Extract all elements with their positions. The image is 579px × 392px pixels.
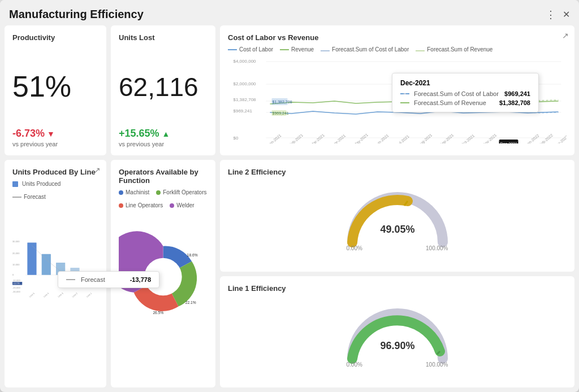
svg-text:-10,000: -10,000 bbox=[12, 279, 20, 282]
svg-text:49.05%: 49.05% bbox=[380, 224, 414, 235]
operators-title: Operators Available by Function bbox=[119, 168, 208, 185]
line2-min-label: 0.00% bbox=[347, 245, 362, 251]
more-icon[interactable]: ⋮ bbox=[546, 8, 556, 21]
svg-text:$4,000,000: $4,000,000 bbox=[234, 59, 257, 64]
cost-of-labor-card: ↗ Cost of Labor vs Revenue Cost of Labor… bbox=[220, 25, 574, 155]
productivity-value: 51% bbox=[12, 71, 98, 103]
svg-text:Line 3: Line 3 bbox=[57, 291, 64, 298]
svg-text:Feb-2022: Feb-2022 bbox=[538, 133, 554, 143]
svg-text:Nov-2021: Nov-2021 bbox=[482, 133, 498, 143]
window-title: Manufacturing Efficiency bbox=[9, 8, 144, 21]
svg-text:26.5%: 26.5% bbox=[153, 311, 163, 315]
svg-text:Jul-2021: Jul-2021 bbox=[396, 134, 410, 143]
svg-text:18.6%: 18.6% bbox=[187, 253, 198, 257]
svg-text:Feb-2021: Feb-2021 bbox=[288, 133, 304, 143]
svg-text:0: 0 bbox=[12, 273, 14, 276]
line2-title: Line 2 Efficiency bbox=[228, 168, 567, 176]
svg-text:Mar-2022: Mar-2022 bbox=[554, 134, 567, 143]
title-bar: Manufacturing Efficiency ⋮ ✕ bbox=[0, 0, 579, 25]
svg-text:96.90%: 96.90% bbox=[380, 340, 414, 351]
svg-text:$1,382,708: $1,382,708 bbox=[273, 100, 292, 104]
line1-gauge-svg: 96.90% bbox=[341, 305, 454, 367]
svg-text:Line 4: Line 4 bbox=[43, 291, 50, 298]
productivity-title: Productivity bbox=[12, 33, 98, 42]
cost-tooltip-row2: Forecast.Sum of Revenue $1,382,708 bbox=[400, 99, 530, 106]
svg-text:30,000: 30,000 bbox=[12, 240, 20, 243]
line1-max-label: 100.00% bbox=[426, 361, 448, 368]
units-lost-value: 62,116 bbox=[119, 73, 208, 102]
svg-text:-13,778: -13,778 bbox=[13, 282, 20, 285]
units-lost-change: +15.65% ▲ bbox=[119, 128, 208, 140]
efficiency-column: Line 2 Efficiency 49.05% 0.00% bbox=[220, 160, 574, 387]
productivity-vs-label: vs previous year bbox=[12, 141, 98, 147]
svg-text:22.1%: 22.1% bbox=[185, 300, 196, 304]
cost-title: Cost of Labor vs Revenue bbox=[228, 33, 567, 42]
cost-tooltip: Dec-2021 Forecast.Sum of Cost of Labor $… bbox=[392, 73, 539, 112]
operators-legend: Machinist Forklift Operators Line Operat… bbox=[119, 189, 208, 208]
line2-efficiency-card: Line 2 Efficiency 49.05% 0.00% bbox=[220, 160, 574, 272]
svg-text:Sep-2021: Sep-2021 bbox=[439, 133, 455, 143]
svg-text:20,000: 20,000 bbox=[12, 252, 20, 255]
svg-text:Oct-2021: Oct-2021 bbox=[460, 133, 476, 143]
svg-text:$0: $0 bbox=[234, 136, 239, 141]
svg-text:Mar-2021: Mar-2021 bbox=[310, 133, 326, 143]
cost-tooltip-row1: Forecast.Sum of Cost of Labor $969,241 bbox=[400, 90, 530, 97]
cost-tooltip-title: Dec-2021 bbox=[400, 79, 530, 87]
svg-text:Line 1: Line 1 bbox=[86, 291, 93, 298]
units-lost-title: Units Lost bbox=[119, 33, 208, 42]
cost-legend: Cost of Labor Revenue Forecast.Sum of Co… bbox=[228, 46, 567, 53]
units-lost-card: Units Lost 62,116 +15.65% ▲ vs previous … bbox=[111, 25, 215, 155]
svg-text:$2,000,000: $2,000,000 bbox=[234, 81, 257, 86]
main-window: Manufacturing Efficiency ⋮ ✕ Productivit… bbox=[0, 0, 579, 392]
svg-text:Jun-2021: Jun-2021 bbox=[374, 133, 390, 143]
svg-text:Line 2: Line 2 bbox=[71, 291, 78, 298]
svg-rect-41 bbox=[42, 254, 51, 275]
svg-text:10,000: 10,000 bbox=[12, 263, 20, 266]
units-legend: Units Produced Forecast bbox=[12, 181, 98, 200]
units-chart-svg: 30,000 20,000 10,000 0 -10,000 -13,778 -… bbox=[12, 203, 98, 328]
svg-text:$1,382,708: $1,382,708 bbox=[234, 97, 257, 102]
svg-text:-20,000: -20,000 bbox=[12, 286, 20, 289]
svg-rect-40 bbox=[27, 242, 36, 275]
svg-text:Jan-2021: Jan-2021 bbox=[267, 133, 282, 143]
cost-expand-icon[interactable]: ↗ bbox=[562, 31, 569, 40]
units-expand-icon[interactable]: ↗ bbox=[94, 165, 101, 175]
line2-max-label: 100.00% bbox=[426, 245, 448, 251]
productivity-card: Productivity 51% -6.73% ▼ vs previous ye… bbox=[5, 25, 106, 155]
svg-text:Dec-2021: Dec-2021 bbox=[500, 142, 517, 143]
svg-text:Line 5: Line 5 bbox=[28, 291, 35, 298]
units-produced-card: ↗ Units Produced By Line Units Produced … bbox=[5, 160, 106, 387]
svg-text:Apr-2021: Apr-2021 bbox=[331, 133, 347, 143]
units-produced-title: Units Produced By Line bbox=[12, 168, 98, 176]
svg-text:May-2021: May-2021 bbox=[353, 133, 369, 143]
window-controls: ⋮ ✕ bbox=[546, 8, 570, 21]
line2-gauge-svg: 49.05% bbox=[341, 189, 454, 251]
svg-text:Aug-2021: Aug-2021 bbox=[417, 133, 433, 143]
productivity-change: -6.73% ▼ bbox=[12, 128, 98, 140]
line1-min-label: 0.00% bbox=[347, 361, 362, 368]
close-icon[interactable]: ✕ bbox=[563, 9, 570, 20]
svg-text:$969,241: $969,241 bbox=[273, 111, 289, 115]
svg-text:Jan-2022: Jan-2022 bbox=[525, 133, 540, 143]
svg-text:$969,241: $969,241 bbox=[234, 108, 253, 114]
svg-text:-30,000: -30,000 bbox=[12, 290, 20, 293]
line1-title: Line 1 Efficiency bbox=[228, 284, 567, 293]
forecast-tooltip: Forecast -13,778 bbox=[58, 271, 159, 288]
units-lost-vs-label: vs previous year bbox=[119, 141, 208, 147]
line1-efficiency-card: Line 1 Efficiency 96.90% 0.00% bbox=[220, 276, 574, 388]
